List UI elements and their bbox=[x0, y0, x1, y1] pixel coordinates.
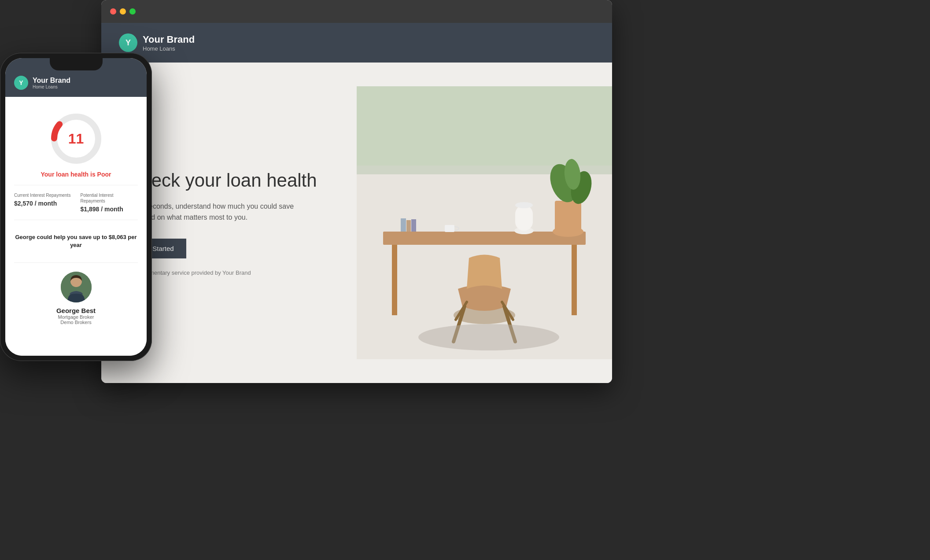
svg-rect-22 bbox=[406, 220, 411, 232]
broker-name: George Best bbox=[56, 307, 96, 314]
broker-section: George Best Mortgage Broker Demo Brokers bbox=[14, 272, 138, 325]
divider-1 bbox=[14, 185, 138, 185]
loan-health-label: Your loan health is Poor bbox=[14, 171, 138, 178]
current-rep-amount: $2,570 / month bbox=[14, 200, 72, 207]
potential-rep-label: Potential Interest Repayments bbox=[81, 192, 138, 204]
hero-section: Check your loan health In 60 seconds, un… bbox=[101, 63, 612, 383]
score-value: 11 bbox=[68, 131, 84, 147]
phone-brand-sub: Home Loans bbox=[33, 85, 70, 89]
phone-notch bbox=[50, 58, 103, 70]
svg-rect-2 bbox=[357, 86, 612, 166]
browser-titlebar bbox=[101, 0, 612, 23]
svg-rect-24 bbox=[445, 225, 454, 232]
svg-point-20 bbox=[418, 324, 559, 350]
brand-logo: Y Your Brand Home Loans bbox=[119, 33, 195, 52]
divider-2 bbox=[14, 220, 138, 220]
broker-avatar bbox=[61, 272, 92, 302]
svg-rect-8 bbox=[555, 201, 581, 232]
svg-point-14 bbox=[515, 202, 533, 208]
brand-text: Your Brand Home Loans bbox=[143, 34, 195, 52]
broker-company: Demo Brokers bbox=[60, 320, 91, 325]
complimentary-text: A complimentary service provided by Your… bbox=[128, 269, 330, 276]
phone-brand-name: Your Brand bbox=[33, 77, 70, 85]
brand-sub: Home Loans bbox=[143, 45, 195, 52]
svg-rect-6 bbox=[572, 245, 577, 315]
brand-name: Your Brand bbox=[143, 34, 195, 45]
phone-brand-icon: Y bbox=[14, 76, 28, 90]
phone-body: 11 Your loan health is Poor Current Inte… bbox=[5, 97, 147, 356]
broker-title: Mortgage Broker bbox=[58, 314, 94, 320]
phone-outer: Y Your Brand Home Loans bbox=[0, 53, 152, 361]
minimize-dot[interactable] bbox=[120, 8, 126, 15]
svg-rect-23 bbox=[411, 219, 416, 232]
close-dot[interactable] bbox=[110, 8, 116, 15]
savings-box: George could help you save up to $8,063 … bbox=[14, 227, 138, 255]
svg-rect-13 bbox=[515, 205, 533, 231]
current-rep-label: Current Interest Repayments bbox=[14, 192, 72, 198]
mobile-phone: Y Your Brand Home Loans bbox=[0, 53, 152, 436]
savings-text: George could help you save up to $8,063 … bbox=[14, 233, 138, 249]
potential-rep-amount: $1,898 / month bbox=[81, 206, 138, 213]
svg-rect-5 bbox=[392, 245, 397, 315]
phone-brand-text: Your Brand Home Loans bbox=[33, 77, 70, 89]
hero-image bbox=[357, 63, 612, 383]
broker-avatar-image bbox=[61, 272, 92, 302]
browser-content: Y Your Brand Home Loans Check your loan … bbox=[101, 23, 612, 383]
site-header: Y Your Brand Home Loans bbox=[101, 23, 612, 63]
potential-repayment: Potential Interest Repayments $1,898 / m… bbox=[81, 192, 138, 213]
hero-right bbox=[357, 63, 612, 383]
phone-app: Y Your Brand Home Loans bbox=[5, 58, 147, 356]
current-repayment: Current Interest Repayments $2,570 / mon… bbox=[14, 192, 72, 213]
svg-rect-21 bbox=[401, 218, 406, 232]
phone-screen: Y Your Brand Home Loans bbox=[5, 58, 147, 356]
hero-description: In 60 seconds, understand how much you c… bbox=[128, 201, 295, 223]
donut-chart-container: 11 bbox=[14, 110, 138, 167]
maximize-dot[interactable] bbox=[129, 8, 136, 15]
desktop-browser: Y Your Brand Home Loans Check your loan … bbox=[101, 0, 612, 383]
repayments-row: Current Interest Repayments $2,570 / mon… bbox=[14, 192, 138, 213]
hero-title: Check your loan health bbox=[128, 169, 330, 192]
brand-icon: Y bbox=[119, 33, 137, 52]
divider-3 bbox=[14, 262, 138, 263]
